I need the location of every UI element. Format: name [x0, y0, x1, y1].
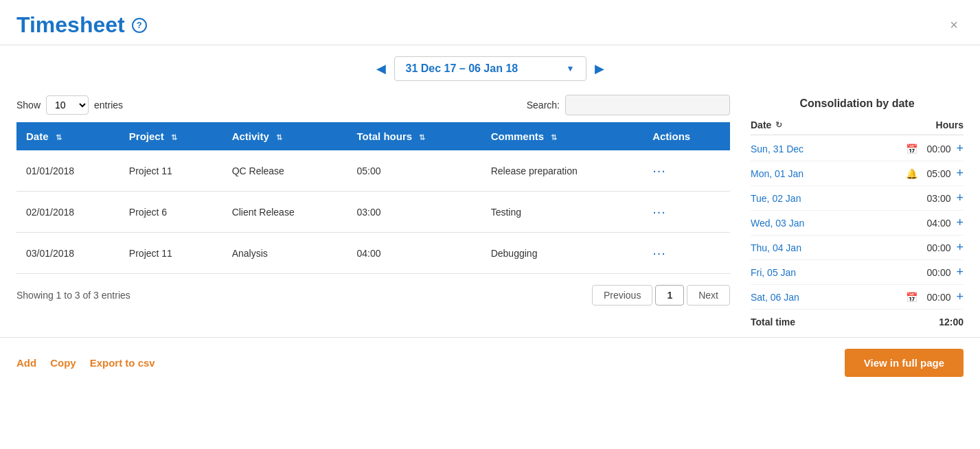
consol-row-time: 05:00	[923, 168, 950, 179]
consol-row: Mon, 01 Jan 🔔 05:00 +	[751, 161, 964, 186]
header-left: Timesheet ?	[16, 12, 147, 38]
copy-button[interactable]: Copy	[50, 357, 76, 369]
week-selector-dropdown[interactable]: 31 Dec 17 – 06 Jan 18 ▼	[394, 56, 586, 81]
export-csv-button[interactable]: Export to csv	[90, 357, 155, 369]
col-total-hours[interactable]: Total hours ⇅	[347, 122, 481, 150]
consol-add-button[interactable]: +	[956, 166, 964, 181]
footer-left: Add Copy Export to csv	[16, 357, 155, 369]
consol-row-time: 00:00	[923, 292, 950, 303]
refresh-icon[interactable]: ↻	[775, 120, 782, 130]
page-1-button[interactable]: 1	[655, 285, 684, 306]
pagination-controls: Previous 1 Next	[592, 285, 730, 306]
page-title: Timesheet	[16, 12, 125, 38]
consol-row-time: 00:00	[923, 242, 950, 253]
search-area: Search: 🔍	[527, 95, 730, 115]
cell-comments: Debugging	[481, 233, 643, 274]
consol-add-button[interactable]: +	[956, 141, 964, 156]
consol-row: Sun, 31 Dec 📅 00:00 +	[751, 137, 964, 161]
actions-menu-button[interactable]: ···	[652, 163, 666, 178]
actions-menu-button[interactable]: ···	[652, 245, 666, 260]
table-row: 02/01/2018 Project 6 Client Release 03:0…	[16, 192, 730, 233]
timesheet-table: Date ⇅ Project ⇅ Activity ⇅ Total hours …	[16, 122, 730, 274]
consol-row-icon: 🔔	[906, 168, 918, 179]
prev-week-button[interactable]: ◀	[368, 57, 394, 80]
consol-row-date[interactable]: Fri, 05 Jan	[751, 267, 796, 278]
table-header-row: Date ⇅ Project ⇅ Activity ⇅ Total hours …	[16, 122, 730, 150]
week-range-label: 31 Dec 17 – 06 Jan 18	[406, 62, 519, 75]
controls-row: Show 10 25 50 100 entries Search: 🔍	[16, 88, 730, 122]
consol-row-date[interactable]: Tue, 02 Jan	[751, 193, 801, 204]
consol-row: Thu, 04 Jan 00:00 +	[751, 235, 964, 260]
cell-date: 02/01/2018	[16, 192, 119, 233]
footer: Add Copy Export to csv View in full page	[0, 337, 980, 388]
consol-row-right: 00:00 +	[904, 240, 964, 255]
consol-row-right: 📅 00:00 +	[906, 141, 964, 156]
col-date[interactable]: Date ⇅	[16, 122, 119, 150]
consol-row-right: 03:00 +	[904, 191, 964, 205]
consol-add-button[interactable]: +	[956, 240, 964, 255]
cell-actions: ···	[643, 192, 730, 233]
consol-add-button[interactable]: +	[956, 216, 964, 230]
cell-total-hours: 04:00	[347, 233, 481, 274]
consol-row-date[interactable]: Wed, 03 Jan	[751, 218, 804, 229]
consol-row-right: 🔔 05:00 +	[906, 166, 964, 181]
cell-activity: Client Release	[223, 192, 347, 233]
show-entries-control: Show 10 25 50 100 entries	[16, 95, 123, 115]
sort-icon-project: ⇅	[171, 133, 177, 142]
actions-menu-button[interactable]: ···	[652, 204, 666, 219]
total-label: Total time	[751, 316, 795, 327]
consol-row: Sat, 06 Jan 📅 00:00 +	[751, 285, 964, 310]
table-row: 03/01/2018 Project 11 Analysis 04:00 Deb…	[16, 233, 730, 274]
consol-row-icon: 📅	[906, 143, 918, 154]
consolidation-panel: Consolidation by date Date ↻ Hours Sun, …	[751, 88, 964, 330]
cell-project: Project 11	[119, 233, 223, 274]
consol-row-date[interactable]: Mon, 01 Jan	[751, 168, 804, 179]
consol-row-time: 03:00	[923, 193, 950, 204]
consol-row: Wed, 03 Jan 04:00 +	[751, 211, 964, 235]
cell-project: Project 11	[119, 150, 223, 192]
search-wrapper: 🔍	[565, 95, 730, 115]
main-content: Show 10 25 50 100 entries Search: 🔍	[0, 88, 980, 330]
add-button[interactable]: Add	[16, 357, 36, 369]
consol-row-date[interactable]: Sun, 31 Dec	[751, 143, 804, 154]
help-icon[interactable]: ?	[132, 18, 147, 33]
next-week-button[interactable]: ▶	[586, 57, 613, 80]
consol-add-button[interactable]: +	[956, 290, 964, 304]
next-page-button[interactable]: Next	[687, 285, 730, 306]
col-comments[interactable]: Comments ⇅	[481, 122, 643, 150]
consol-row-date[interactable]: Thu, 04 Jan	[751, 242, 801, 253]
consol-row-date[interactable]: Sat, 06 Jan	[751, 292, 799, 303]
col-actions: Actions	[643, 122, 730, 150]
consol-row-time: 04:00	[923, 218, 950, 229]
search-label: Search:	[527, 100, 560, 111]
cell-total-hours: 03:00	[347, 192, 481, 233]
sort-icon-comments: ⇅	[551, 133, 557, 142]
close-icon[interactable]: ×	[944, 14, 964, 36]
col-activity[interactable]: Activity ⇅	[223, 122, 347, 150]
prev-page-button[interactable]: Previous	[592, 285, 652, 306]
consolidation-rows: Sun, 31 Dec 📅 00:00 + Mon, 01 Jan 🔔 05:0…	[751, 137, 964, 310]
consolidation-title: Consolidation by date	[751, 97, 964, 110]
week-navigation: ◀ 31 Dec 17 – 06 Jan 18 ▼ ▶	[0, 45, 980, 88]
cell-project: Project 6	[119, 192, 223, 233]
table-row: 01/01/2018 Project 11 QC Release 05:00 R…	[16, 150, 730, 192]
consolidation-header: Date ↻ Hours	[751, 117, 964, 135]
table-area: Show 10 25 50 100 entries Search: 🔍	[16, 88, 730, 330]
consol-row-time: 00:00	[923, 143, 950, 154]
consol-row-time: 00:00	[923, 267, 950, 278]
sort-icon-activity: ⇅	[276, 133, 282, 142]
total-value: 12:00	[939, 316, 964, 327]
search-input[interactable]	[565, 95, 730, 115]
cell-date: 01/01/2018	[16, 150, 119, 192]
consol-header-hours: Hours	[936, 119, 964, 130]
consol-header-date: Date ↻	[751, 119, 782, 130]
consol-add-button[interactable]: +	[956, 191, 964, 205]
consol-add-button[interactable]: +	[956, 265, 964, 279]
consol-row: Tue, 02 Jan 03:00 +	[751, 186, 964, 211]
col-project[interactable]: Project ⇅	[119, 122, 223, 150]
entries-label: entries	[94, 100, 123, 111]
view-full-page-button[interactable]: View in full page	[845, 349, 964, 377]
entries-select[interactable]: 10 25 50 100	[46, 95, 89, 115]
show-label: Show	[16, 100, 41, 111]
dropdown-arrow-icon: ▼	[567, 64, 575, 73]
